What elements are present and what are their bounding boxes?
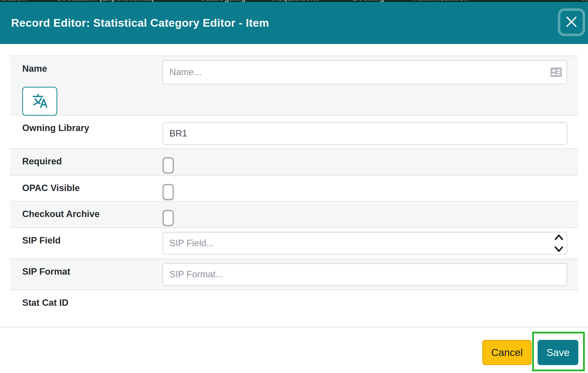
- opac-visible-checkbox[interactable]: [162, 184, 174, 200]
- name-input[interactable]: [162, 60, 567, 84]
- top-navigation-bar: ulation Circulation (Experimental) Catal…: [0, 0, 588, 2]
- sip-format-label: SIP Format: [22, 266, 162, 277]
- name-label: Name: [22, 64, 162, 74]
- close-button[interactable]: [558, 8, 585, 36]
- checkout-archive-checkbox[interactable]: [162, 210, 174, 226]
- form-row-sip-field: SIP Field: [10, 227, 578, 259]
- nav-item-circulation-experimental[interactable]: Circulation (Experimental): [56, 0, 154, 2]
- owning-library-label: Owning Library: [22, 123, 162, 133]
- required-checkbox[interactable]: [162, 157, 174, 174]
- modal-header: Record Editor: Statistical Category Edit…: [0, 2, 588, 44]
- nav-item-administration[interactable]: Administration: [413, 0, 469, 2]
- record-editor-form: Name: [10, 56, 578, 327]
- form-row-checkout-archive: Checkout Archive: [10, 201, 578, 227]
- form-row-name: Name: [10, 56, 578, 115]
- checkout-archive-label: Checkout Archive: [22, 209, 162, 219]
- owning-library-input[interactable]: [162, 122, 567, 145]
- stat-cat-id-label: Stat Cat ID: [22, 298, 162, 308]
- sip-field-select[interactable]: [162, 232, 567, 255]
- required-label: Required: [22, 156, 162, 167]
- sip-format-input[interactable]: [162, 263, 567, 286]
- translate-icon: [32, 93, 48, 110]
- translate-button[interactable]: [22, 87, 57, 116]
- form-row-opac-visible: OPAC Visible: [10, 175, 578, 201]
- cancel-button[interactable]: Cancel: [482, 340, 532, 365]
- save-button[interactable]: Save: [538, 340, 578, 365]
- sip-field-label: SIP Field: [22, 235, 162, 246]
- chevron-down-icon[interactable]: [554, 246, 563, 253]
- footer-divider: [0, 327, 588, 327]
- opac-visible-label: OPAC Visible: [22, 183, 162, 193]
- form-row-owning-library: Owning Library: [10, 115, 578, 148]
- nav-item-acquisitions[interactable]: Acquisitions: [272, 0, 320, 2]
- form-row-stat-cat-id: Stat Cat ID: [10, 290, 578, 327]
- chevron-up-icon[interactable]: [554, 234, 563, 241]
- form-row-required: Required: [10, 148, 578, 175]
- nav-item-booking[interactable]: Booking: [353, 0, 384, 2]
- nav-item-circulation[interactable]: ulation: [0, 0, 26, 2]
- nav-item-cataloguing[interactable]: Cataloguing: [200, 0, 246, 2]
- form-row-sip-format: SIP Format: [10, 259, 578, 290]
- close-icon: [566, 16, 577, 29]
- modal-title: Record Editor: Statistical Category Edit…: [11, 17, 269, 29]
- nav-item-workstation[interactable]: Wo: [581, 0, 588, 2]
